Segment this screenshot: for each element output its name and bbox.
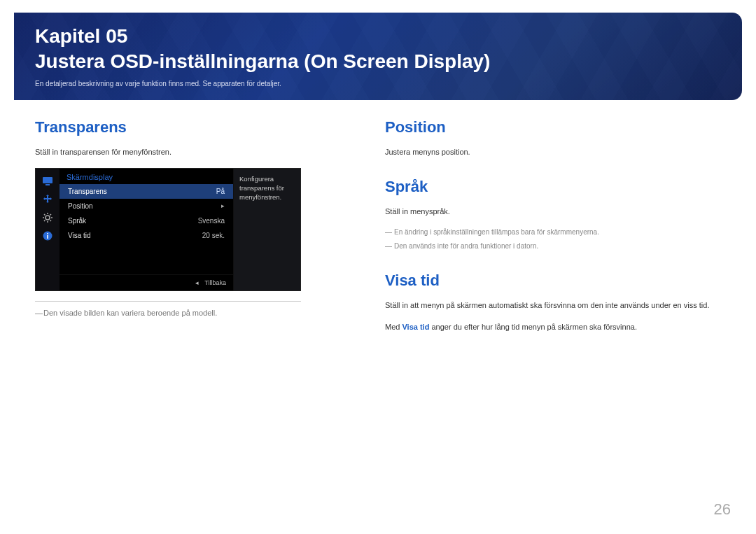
svg-rect-1 xyxy=(46,184,50,185)
osd-footer: ◂ Tillbaka xyxy=(59,274,233,290)
sprak-hint2: ―Den används inte för andra funktioner i… xyxy=(385,241,721,252)
osd-row-visatid[interactable]: Visa tid 20 sek. xyxy=(59,228,233,243)
page-subtitle: En detaljerad beskrivning av varje funkt… xyxy=(35,80,721,87)
section-sprak: Språk Ställ in menyspråk. ―En ändring i … xyxy=(385,178,721,253)
svg-point-2 xyxy=(46,216,50,220)
chapter-banner: Kapitel 05 Justera OSD-inställningarna (… xyxy=(14,13,742,100)
section-position: Position Justera menyns position. xyxy=(385,118,721,158)
left-column: Transparens Ställ in transparensen för m… xyxy=(35,118,343,352)
page-number: 26 xyxy=(714,500,731,519)
osd-row-label: Visa tid xyxy=(68,232,91,239)
svg-rect-0 xyxy=(43,177,52,183)
osd-row-value: På xyxy=(216,188,225,195)
visatid-desc1: Ställ in att menyn på skärmen automatisk… xyxy=(385,300,721,311)
svg-rect-4 xyxy=(47,235,48,239)
section-heading-sprak: Språk xyxy=(385,178,721,196)
visatid-desc2: Med Visa tid anger du efter hur lång tid… xyxy=(385,321,721,333)
sprak-hint1: ―En ändring i språkinställningen tillämp… xyxy=(385,227,721,238)
osd-row-label: Transparens xyxy=(68,188,107,195)
osd-screenshot: Skärmdisplay Transparens På Position ▸ S… xyxy=(35,168,301,291)
section-visatid: Visa tid Ställ in att menyn på skärmen a… xyxy=(385,272,721,332)
section-heading-visatid: Visa tid xyxy=(385,272,721,290)
info-icon xyxy=(41,229,55,243)
separator xyxy=(35,301,301,302)
content-area: Transparens Ställ in transparensen för m… xyxy=(0,100,756,352)
move-icon xyxy=(41,192,55,206)
section-heading-position: Position xyxy=(385,118,721,136)
right-column: Position Justera menyns position. Språk … xyxy=(385,118,721,352)
osd-row-position[interactable]: Position ▸ xyxy=(59,199,233,213)
osd-row-transparens[interactable]: Transparens På xyxy=(59,184,233,199)
osd-header: Skärmdisplay xyxy=(59,169,233,184)
page-title: Justera OSD-inställningarna (On Screen D… xyxy=(35,50,721,73)
transparens-desc: Ställ in transparensen för menyfönstren. xyxy=(35,146,343,158)
osd-back-label[interactable]: Tillbaka xyxy=(204,279,226,286)
footnote: ―Den visade bilden kan variera beroende … xyxy=(35,307,343,319)
svg-rect-5 xyxy=(47,233,48,234)
osd-row-value: 20 sek. xyxy=(202,232,225,239)
gear-icon xyxy=(41,211,55,225)
sprak-desc: Ställ in menyspråk. xyxy=(385,206,721,218)
chevron-right-icon: ▸ xyxy=(221,202,225,209)
position-desc: Justera menyns position. xyxy=(385,146,721,158)
chapter-label: Kapitel 05 xyxy=(35,25,721,48)
osd-main-panel: Skärmdisplay Transparens På Position ▸ S… xyxy=(59,169,233,290)
chevron-left-icon: ◂ xyxy=(195,279,199,286)
osd-row-sprak[interactable]: Språk Svenska xyxy=(59,213,233,228)
visatid-emph: Visa tid xyxy=(402,323,429,331)
section-heading-transparens: Transparens xyxy=(35,118,343,136)
osd-icon-rail xyxy=(36,169,59,290)
osd-row-label: Språk xyxy=(68,217,86,225)
monitor-icon xyxy=(41,174,55,188)
osd-row-label: Position xyxy=(68,202,93,210)
osd-side-tip: Konfigurera transparens för menyfönstren… xyxy=(233,169,300,290)
osd-row-value: Svenska xyxy=(198,217,225,225)
